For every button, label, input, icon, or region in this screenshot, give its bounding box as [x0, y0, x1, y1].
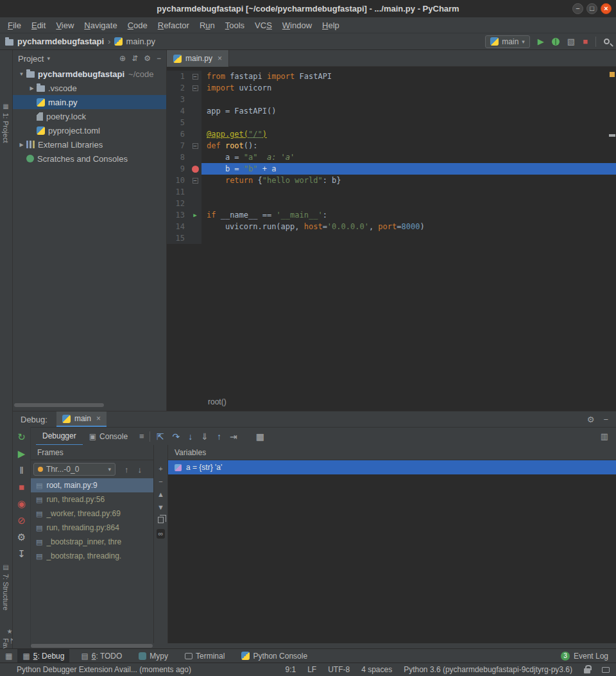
frame-root-main-py-9[interactable]: ▤root, main.py:9: [31, 478, 153, 492]
previous-frame-icon[interactable]: ↑: [124, 465, 129, 474]
line-separator[interactable]: LF: [307, 665, 316, 674]
stop-debug-icon[interactable]: ■: [19, 482, 24, 492]
python-interpreter[interactable]: Python 3.6 (pycharmdebugfastapi-9cdjtyrg…: [404, 665, 572, 674]
breadcrumb-file[interactable]: main.py: [126, 37, 155, 46]
menu-code[interactable]: Code: [123, 21, 153, 30]
title-bar[interactable]: pycharmdebugfastapi [~/code/pycharmdebug…: [0, 0, 616, 17]
hide-debug-panel-icon[interactable]: −: [603, 415, 608, 424]
caret-position[interactable]: 9:1: [285, 665, 296, 674]
search-everywhere-icon[interactable]: [604, 39, 610, 44]
project-settings-icon[interactable]: ⚙: [144, 55, 151, 62]
run-gutter-icon[interactable]: ▶: [193, 212, 196, 218]
frame-bootstrap-inner-thre[interactable]: ▤_bootstrap_inner, thre: [31, 535, 153, 549]
menu-vcs[interactable]: VCS: [250, 21, 277, 30]
code-line-6[interactable]: 6@app.get("/"): [167, 128, 616, 140]
stripe-structure-button[interactable]: ▤7: Structure: [2, 564, 10, 611]
evaluate-lazily-icon[interactable]: ∞: [157, 529, 166, 539]
move-watch-up-icon[interactable]: ▲: [157, 491, 164, 498]
tree-item-poetry-lock[interactable]: poetry.lock: [13, 109, 166, 123]
tree-arrow-icon[interactable]: ▶: [17, 142, 26, 148]
pause-icon[interactable]: ‖: [19, 465, 23, 475]
fold-icon[interactable]: −: [193, 74, 198, 80]
toolwindow-button-python-console[interactable]: Python Console: [236, 649, 312, 663]
code-line-7[interactable]: 7−def root():: [167, 140, 616, 152]
code-editor[interactable]: 1−from fastapi import FastAPI2−import uv…: [167, 67, 616, 393]
event-log-button[interactable]: 3 Event Log: [561, 652, 616, 661]
show-execution-point-icon[interactable]: ⇱: [157, 432, 164, 441]
toolwindow-button-terminal[interactable]: Terminal: [180, 649, 230, 663]
menu-help[interactable]: Help: [317, 21, 345, 30]
debug-scrollbar[interactable]: [31, 644, 153, 648]
debugger-settings-icon[interactable]: ⚙: [17, 532, 26, 542]
encoding[interactable]: UTF-8: [328, 665, 350, 674]
frame-bootstrap-threading[interactable]: ▤_bootstrap, threading.: [31, 549, 153, 563]
tree-item-pyproject-toml[interactable]: pyproject.toml: [13, 123, 166, 137]
menu-run[interactable]: Run: [194, 21, 220, 30]
stripe-project-button[interactable]: ▦1: Project: [2, 103, 10, 143]
menu-window[interactable]: Window: [277, 21, 317, 30]
code-line-15[interactable]: 15: [167, 232, 616, 244]
stripe-marker[interactable]: [609, 134, 615, 137]
tree-item-pycharmdebugfastapi[interactable]: ▼pycharmdebugfastapi~/code: [13, 67, 166, 81]
locate-file-icon[interactable]: ⊕: [119, 55, 126, 62]
menu-refactor[interactable]: Refactor: [153, 21, 194, 30]
remove-watch-icon[interactable]: −: [158, 478, 162, 485]
breakpoint-icon[interactable]: [192, 166, 199, 173]
mute-breakpoints-icon[interactable]: ⊘: [17, 516, 26, 525]
step-into-icon[interactable]: ↓: [188, 432, 193, 441]
variable-row[interactable]: a = {str} 'a': [168, 460, 616, 474]
close-icon[interactable]: ×: [218, 54, 222, 63]
next-frame-icon[interactable]: ↓: [138, 465, 142, 474]
status-message[interactable]: Python Debugger Extension Avail... (mome…: [17, 665, 191, 674]
tree-item-scratches-and-consoles[interactable]: Scratches and Consoles: [13, 152, 166, 166]
stop-icon[interactable]: ■: [583, 37, 588, 46]
resume-icon[interactable]: ▶: [18, 449, 26, 458]
toolwindow-button-6-todo[interactable]: ▤6: TODO: [76, 649, 127, 663]
minimize-button[interactable]: −: [572, 3, 583, 14]
run-with-coverage-icon[interactable]: ▧: [567, 37, 575, 46]
code-line-2[interactable]: 2−import uvicorn: [167, 82, 616, 94]
menu-navigate[interactable]: Navigate: [79, 21, 122, 30]
thread-select[interactable]: Thr...-0_0 ▾: [33, 463, 116, 476]
code-line-13[interactable]: 13▶if __name__ == '__main__':: [167, 209, 616, 221]
fold-icon[interactable]: −: [193, 85, 198, 91]
lock-icon[interactable]: [584, 668, 590, 673]
breadcrumb-function[interactable]: root(): [208, 397, 227, 406]
tab-main-py[interactable]: main.py ×: [167, 50, 229, 67]
menu-view[interactable]: View: [51, 21, 79, 30]
close-button[interactable]: ×: [601, 3, 612, 14]
tree-arrow-icon[interactable]: ▼: [17, 71, 26, 77]
close-icon[interactable]: ×: [96, 414, 101, 423]
step-out-icon[interactable]: ↑: [217, 432, 221, 441]
run-config-select[interactable]: main ▾: [485, 35, 530, 48]
code-line-10[interactable]: 10− return {"hello world": b}: [167, 175, 616, 186]
code-line-11[interactable]: 11: [167, 186, 616, 198]
duplicate-watch-icon[interactable]: [158, 517, 164, 523]
frame-worker-thread-py-69[interactable]: ▤_worker, thread.py:69: [31, 507, 153, 521]
tree-item-external-libraries[interactable]: ▶External Libraries: [13, 137, 166, 152]
code-line-1[interactable]: 1−from fastapi import FastAPI: [167, 71, 616, 82]
menu-tools[interactable]: Tools: [220, 21, 250, 30]
indent-style[interactable]: 4 spaces: [361, 665, 392, 674]
tree-item-main-py[interactable]: main.py: [13, 95, 166, 109]
tab-console[interactable]: ▣ Console: [83, 428, 134, 446]
menu-file[interactable]: File: [3, 21, 26, 30]
project-view-select[interactable]: Project ▾: [18, 54, 50, 64]
toolwindow-button-5-debug[interactable]: ▦5: Debug: [17, 649, 69, 663]
add-watch-icon[interactable]: +: [158, 465, 162, 472]
menu-edit[interactable]: Edit: [26, 21, 51, 30]
code-line-14[interactable]: 14 uvicorn.run(app, host='0.0.0.0', port…: [167, 221, 616, 232]
layout-settings-icon[interactable]: ≡: [139, 431, 144, 441]
step-over-icon[interactable]: ↷: [172, 432, 180, 441]
debug-settings-icon[interactable]: ⚙: [587, 415, 595, 424]
code-line-12[interactable]: 12: [167, 198, 616, 209]
tab-debugger[interactable]: Debugger: [36, 428, 83, 446]
frame-run-thread-py-56[interactable]: ▤run, thread.py:56: [31, 492, 153, 507]
view-breakpoints-icon[interactable]: ◉: [17, 499, 26, 508]
code-line-3[interactable]: 3: [167, 94, 616, 105]
fold-icon[interactable]: −: [193, 143, 198, 149]
fold-icon[interactable]: −: [193, 178, 198, 184]
run-icon[interactable]: ▶: [538, 37, 544, 46]
code-line-8[interactable]: 8 a = "a" a: 'a': [167, 152, 616, 163]
code-line-5[interactable]: 5: [167, 117, 616, 128]
